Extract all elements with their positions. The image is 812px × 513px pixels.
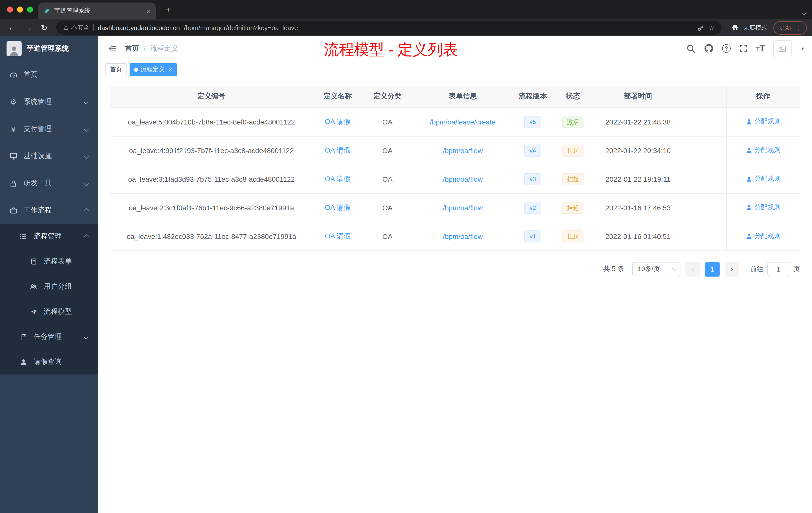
assign-rule-button[interactable]: 分配规则 (746, 203, 781, 212)
tab-search-chevron-icon[interactable] (803, 7, 806, 17)
goto-label: 前往 (750, 265, 763, 274)
version-tag: v3 (524, 173, 541, 185)
form-info-link[interactable]: /bpm/oa/flow (443, 175, 483, 183)
top-navbar: 首页 / 流程定义 流程模型 - 定义列表 ? TT (98, 36, 812, 61)
sidebar-item-process-model[interactable]: 流程模型 (0, 299, 98, 324)
definition-name-link[interactable]: OA 请假 (325, 175, 351, 182)
goto-page-input[interactable] (767, 262, 789, 276)
github-icon[interactable] (704, 44, 714, 53)
sidebar-item-system-mgmt[interactable]: ⚙ 系统管理 (0, 88, 98, 116)
sidebar-logo[interactable]: 芋道管理系统 (0, 36, 98, 61)
col-definition-category: 定义分类 (362, 86, 412, 108)
reload-button[interactable]: ↻ (37, 21, 51, 35)
security-warning[interactable]: ⚠ 不安全 (63, 23, 89, 32)
person-icon (19, 358, 28, 365)
fullscreen-icon[interactable] (739, 44, 748, 53)
tag-close-icon[interactable]: × (168, 66, 172, 73)
sidebar-item-payment-mgmt[interactable]: ¥ 支付管理 (0, 116, 98, 143)
col-process-version: 流程版本 (513, 86, 552, 108)
back-button[interactable]: ← (5, 21, 19, 35)
user-avatar[interactable] (773, 40, 792, 57)
tab-close-icon[interactable]: × (147, 7, 151, 15)
browser-menu-icon[interactable]: ⋮ (795, 24, 802, 31)
definition-name-link[interactable]: OA 请假 (325, 232, 351, 240)
chevron-down-icon (84, 126, 89, 131)
next-page-button[interactable]: › (725, 262, 739, 276)
breadcrumb-home[interactable]: 首页 (125, 44, 139, 53)
search-icon[interactable] (687, 44, 696, 53)
assign-rule-button[interactable]: 分配规则 (746, 117, 781, 126)
definition-name-link[interactable]: OA 请假 (325, 203, 351, 211)
forward-button[interactable]: → (21, 21, 35, 35)
browser-tab[interactable]: 芋道管理系统 × (38, 2, 156, 19)
sidebar: 芋道管理系统 首页 ⚙ 系统管理 ¥ 支付管理 (0, 36, 98, 513)
page-size-select[interactable]: 10条/页 (632, 262, 680, 276)
definition-id: oa_leave:4:991f2193-7b7f-11ec-a3c8-acde4… (110, 136, 313, 164)
tag-process-definition[interactable]: 流程定义 × (129, 63, 176, 76)
main-content: 定义编号 定义名称 定义分类 表单信息 流程版本 状态 部署时间 操作 (98, 78, 812, 513)
page-1-button[interactable]: 1 (705, 262, 720, 276)
sidebar-item-leave-query[interactable]: 请假查询 (0, 350, 98, 374)
window-controls[interactable] (7, 6, 33, 12)
prev-page-button[interactable]: ‹ (686, 262, 700, 276)
sidebar-item-workflow[interactable]: 工作流程 (0, 197, 98, 224)
yen-icon: ¥ (9, 125, 18, 133)
sidebar-item-dev-tools[interactable]: 研发工具 (0, 170, 98, 197)
close-window-button[interactable] (7, 6, 13, 12)
form-info-link[interactable]: /bpm/oa/flow (443, 204, 483, 212)
assign-rule-button[interactable]: 分配规则 (746, 146, 781, 155)
sidebar-fold-icon[interactable] (108, 44, 117, 53)
sidebar-item-home[interactable]: 首页 (0, 61, 98, 88)
deploy-time: 2022-01-22 20:34:10 (593, 136, 683, 164)
col-definition-name: 定义名称 (313, 86, 362, 108)
browser-update-button[interactable]: 更新 ⋮ (773, 21, 807, 34)
col-deploy-time: 部署时间 (593, 86, 683, 108)
form-info-link[interactable]: /bpm/oa/flow (443, 232, 483, 240)
user-group-icon (29, 283, 38, 291)
form-info-link[interactable]: /bpm/oa/leave/create (430, 118, 496, 126)
minimize-window-button[interactable] (17, 6, 23, 12)
version-tag: v2 (524, 202, 541, 214)
chevron-up-icon (84, 208, 89, 213)
version-tag: v4 (524, 144, 541, 156)
screen: 芋道管理系统 × + ← → ↻ ⚠ 不安全 dashboard.yudao.i… (0, 0, 812, 513)
task-flag-icon (19, 333, 28, 340)
deploy-time: 2022-01-16 01:40:51 (593, 222, 683, 250)
tag-home[interactable]: 首页 (106, 63, 126, 76)
bookmark-star-icon[interactable]: ☆ (709, 24, 715, 31)
warning-icon: ⚠ (63, 24, 69, 31)
key-icon[interactable] (697, 24, 705, 31)
definition-name-link[interactable]: OA 请假 (325, 146, 351, 154)
sidebar-item-process-form[interactable]: 流程表单 (0, 249, 98, 274)
maximize-window-button[interactable] (27, 6, 33, 12)
user-menu-caret-icon[interactable]: ▾ (802, 46, 804, 51)
address-bar[interactable]: ⚠ 不安全 dashboard.yudao.iocoder.cn/bpm/man… (56, 21, 722, 35)
font-size-icon[interactable]: TT (756, 43, 765, 54)
table-row: oa_leave:4:991f2193-7b7f-11ec-a3c8-acde4… (110, 136, 800, 164)
page-title: 流程模型 - 定义列表 (324, 40, 458, 60)
assign-rule-button[interactable]: 分配规则 (746, 175, 781, 183)
incognito-icon (731, 23, 740, 32)
url-path: /bpm/manager/definition?key=oa_leave (184, 24, 298, 31)
incognito-badge: 无痕模式 (731, 23, 767, 32)
new-tab-button[interactable]: + (162, 3, 175, 17)
deploy-time: 2022-01-22 19:19:11 (593, 164, 683, 193)
assign-rule-button[interactable]: 分配规则 (746, 232, 781, 241)
chevron-down-icon (84, 99, 89, 104)
col-form-info: 表单信息 (412, 86, 513, 108)
sidebar-item-infrastructure[interactable]: 基础设施 (0, 143, 98, 170)
table-row: oa_leave:3:1fad3d93-7b75-11ec-a3c8-acde4… (110, 164, 800, 193)
sidebar-item-task-mgmt[interactable]: 任务管理 (0, 324, 98, 350)
chevron-down-icon (84, 154, 89, 159)
total-count: 共 5 条 (603, 265, 624, 274)
definition-id: oa_leave:3:1fad3d93-7b75-11ec-a3c8-acde4… (110, 164, 313, 193)
omnibox-divider (93, 24, 94, 31)
col-operation: 操作 (726, 86, 800, 108)
form-info-link[interactable]: /bpm/oa/flow (443, 146, 483, 154)
sidebar-item-user-group[interactable]: 用户分组 (0, 274, 98, 299)
sidebar-item-process-mgmt[interactable]: 流程管理 (0, 224, 98, 249)
help-icon[interactable]: ? (722, 44, 731, 53)
definition-id: oa_leave:1:482ec033-762a-11ec-8477-a2380… (110, 222, 313, 250)
status-badge: 挂起 (562, 173, 583, 185)
definition-name-link[interactable]: OA 请假 (325, 117, 351, 125)
